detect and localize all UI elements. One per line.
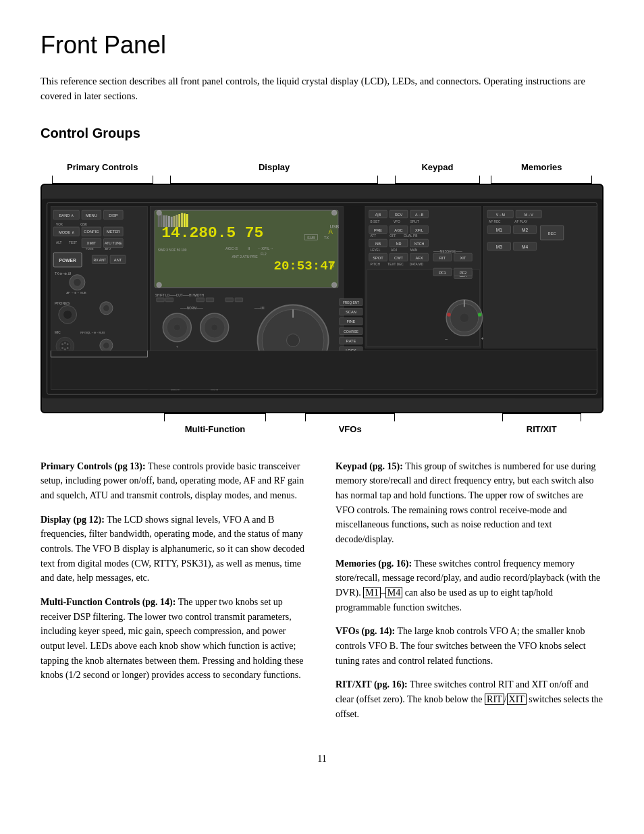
svg-text:DATA MD: DATA MD bbox=[410, 263, 424, 266]
svg-rect-93 bbox=[225, 298, 233, 302]
svg-text:TUNE: TUNE bbox=[86, 247, 94, 251]
svg-rect-58 bbox=[158, 214, 160, 227]
multi-function-para: Multi-Function Controls (pg. 14): The up… bbox=[41, 595, 308, 683]
svg-text:+: + bbox=[176, 345, 178, 348]
svg-text:CWT: CWT bbox=[394, 255, 404, 259]
svg-point-37 bbox=[63, 310, 72, 319]
svg-text:AGC-S: AGC-S bbox=[225, 246, 238, 251]
svg-point-44 bbox=[61, 343, 63, 345]
transceiver-diagram: BAND ∧ MENU DISP VOX QSK CONFIG METER MO… bbox=[41, 184, 603, 413]
svg-text:REV: REV bbox=[395, 212, 403, 216]
svg-text:ANT: ANT bbox=[114, 257, 122, 261]
section-heading: Control Groups bbox=[41, 123, 603, 143]
memories-title: Memories (pg. 16): bbox=[336, 558, 412, 569]
svg-text:M4: M4 bbox=[522, 244, 529, 249]
svg-text:——MESSAGE——: ——MESSAGE—— bbox=[433, 250, 462, 253]
primary-controls-title: Primary Controls (pg 13): bbox=[41, 461, 146, 471]
svg-text:MODE ∧: MODE ∧ bbox=[59, 230, 74, 234]
m1-box: M1 bbox=[363, 587, 380, 598]
svg-text:V→M: V→M bbox=[496, 212, 505, 216]
svg-text:RX ANT: RX ANT bbox=[93, 257, 107, 261]
right-description-column: Keypad (pg. 15): This group of switches … bbox=[336, 459, 603, 731]
svg-text:——NORM——: ——NORM—— bbox=[180, 307, 203, 310]
svg-text:VFO: VFO bbox=[394, 220, 400, 224]
vfos-para: VFOs (pg. 14): The large knob controls V… bbox=[336, 624, 603, 668]
svg-text:RF/SQL→⊕→SUB: RF/SQL→⊕→SUB bbox=[80, 331, 105, 334]
svg-text:USB: USB bbox=[329, 224, 339, 229]
bottom-label-bar: Multi-Function VFOs RIT/XIT bbox=[41, 413, 603, 440]
diagram-section: Primary Controls Display Keypad Memories bbox=[41, 157, 603, 440]
svg-point-190 bbox=[447, 312, 451, 316]
svg-text:XMIT: XMIT bbox=[87, 240, 97, 244]
display-title: Display (pg 12): bbox=[41, 515, 105, 525]
svg-rect-91 bbox=[196, 298, 204, 302]
svg-text:PF1: PF1 bbox=[439, 270, 446, 274]
left-description-column: Primary Controls (pg 13): These controls… bbox=[41, 459, 308, 731]
svg-text:SPOT: SPOT bbox=[373, 255, 383, 259]
svg-text:OFF: OFF bbox=[390, 234, 396, 238]
rit-box: RIT bbox=[485, 694, 504, 705]
svg-text:ATU: ATU bbox=[105, 247, 110, 251]
svg-text:TEXT DEC: TEXT DEC bbox=[387, 263, 404, 266]
svg-point-86 bbox=[157, 282, 162, 288]
svg-text:POWER: POWER bbox=[59, 257, 76, 262]
svg-text:FREQ ENT: FREQ ENT bbox=[343, 301, 359, 304]
svg-text:QSK: QSK bbox=[80, 223, 88, 226]
svg-rect-94 bbox=[235, 298, 242, 302]
svg-text:TX: TX bbox=[324, 236, 329, 240]
page-title: Front Panel bbox=[41, 27, 603, 63]
svg-text:VOX: VOX bbox=[56, 223, 63, 226]
svg-text:RATE: RATE bbox=[346, 338, 356, 342]
rit-xit-para: RIT/XIT (pg. 16): Three switches control… bbox=[336, 677, 603, 721]
svg-text:NB: NB bbox=[375, 241, 381, 245]
svg-text:FL2: FL2 bbox=[261, 253, 267, 256]
svg-text:CONFIG: CONFIG bbox=[84, 229, 99, 233]
vfos-bottom-label: VFOs bbox=[305, 413, 395, 436]
svg-text:MAN: MAN bbox=[410, 249, 418, 252]
svg-text:A→B: A→B bbox=[415, 212, 424, 216]
svg-text:II: II bbox=[248, 246, 250, 251]
svg-text:M→V: M→V bbox=[525, 212, 534, 216]
svg-text:14.280.5 75: 14.280.5 75 bbox=[161, 224, 263, 242]
svg-point-186 bbox=[460, 313, 468, 321]
svg-point-191 bbox=[478, 312, 482, 316]
svg-rect-90 bbox=[165, 298, 173, 302]
svg-text:AF PLAY: AF PLAY bbox=[514, 220, 528, 224]
svg-text:NTCH: NTCH bbox=[414, 241, 425, 245]
multi-function-title: Multi-Function Controls (pg. 14): bbox=[41, 597, 176, 607]
keypad-label: Keypad bbox=[395, 161, 479, 184]
svg-text:PRE: PRE bbox=[374, 228, 382, 232]
svg-point-47 bbox=[61, 347, 63, 349]
svg-text:RIT: RIT bbox=[439, 255, 446, 259]
svg-text:PITCH: PITCH bbox=[371, 263, 381, 266]
svg-text:A|B: A|B bbox=[375, 212, 381, 216]
svg-text:B: B bbox=[329, 261, 333, 269]
svg-point-39 bbox=[103, 305, 110, 311]
display-para: Display (pg 12): The LCD shows signal le… bbox=[41, 513, 308, 585]
svg-text:NR: NR bbox=[396, 241, 401, 245]
svg-text:SUB: SUB bbox=[307, 236, 315, 240]
svg-text:TX ⊕–⊗ Δf: TX ⊕–⊗ Δf bbox=[55, 271, 72, 275]
keypad-para: Keypad (pg. 15): This group of switches … bbox=[336, 459, 603, 547]
svg-rect-92 bbox=[206, 298, 213, 302]
svg-text:DISP: DISP bbox=[109, 213, 118, 217]
svg-text:PF2: PF2 bbox=[460, 270, 467, 274]
m4-box: M4 bbox=[385, 587, 402, 598]
svg-rect-89 bbox=[157, 298, 164, 302]
svg-text:XIT: XIT bbox=[460, 255, 466, 259]
rit-xit-bottom-label: RIT/XIT bbox=[502, 413, 581, 436]
memories-para: Memories (pg. 16): These switches contro… bbox=[336, 556, 603, 615]
svg-text:←XFIL→: ←XFIL→ bbox=[258, 246, 274, 251]
intro-text: This reference section describes all fro… bbox=[41, 74, 603, 104]
svg-text:+: + bbox=[481, 336, 484, 341]
svg-point-45 bbox=[64, 342, 66, 344]
svg-point-84 bbox=[157, 210, 162, 215]
svg-text:SPLIT: SPLIT bbox=[410, 220, 419, 224]
svg-text:——I/II: ——I/II bbox=[254, 307, 265, 310]
svg-point-103 bbox=[174, 324, 181, 331]
svg-text:BAND ∧: BAND ∧ bbox=[59, 213, 74, 217]
svg-point-48 bbox=[64, 348, 66, 350]
display-label: Display bbox=[170, 161, 379, 184]
svg-text:SCAN: SCAN bbox=[346, 309, 356, 313]
svg-text:TEST: TEST bbox=[69, 240, 77, 244]
